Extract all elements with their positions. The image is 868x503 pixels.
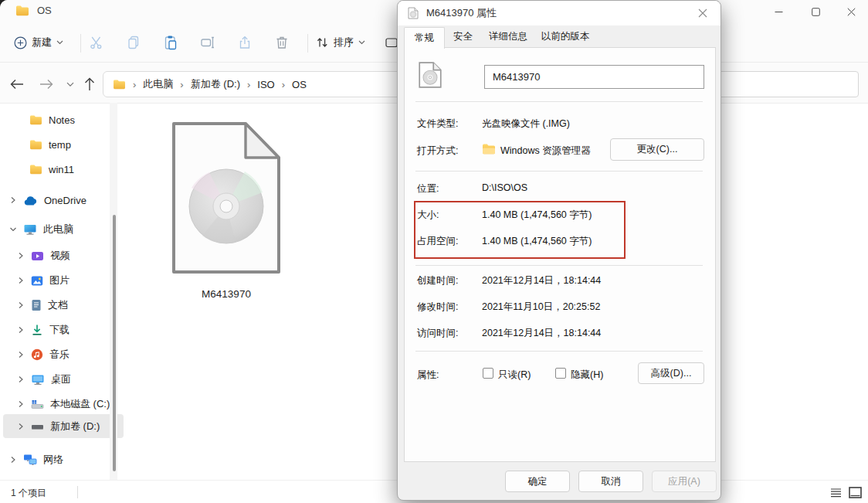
chevron-right-icon[interactable] bbox=[17, 376, 25, 383]
chevron-down-icon[interactable] bbox=[9, 226, 17, 233]
chevron-right-icon[interactable] bbox=[17, 301, 25, 309]
open-with-label: 打开方式: bbox=[417, 144, 458, 158]
dialog-close-button[interactable] bbox=[691, 4, 714, 22]
sidebar-label: 文档 bbox=[48, 298, 68, 312]
sidebar-label: win11 bbox=[49, 164, 74, 175]
sidebar-label: 新加卷 (D:) bbox=[50, 420, 100, 433]
sidebar-item-local-disk-c[interactable]: 本地磁盘 (C:) bbox=[3, 392, 124, 416]
sidebar-item-videos[interactable]: 视频 bbox=[3, 243, 124, 268]
new-label: 新建 bbox=[32, 36, 52, 49]
location-label: 位置: bbox=[417, 182, 439, 195]
sidebar-item-network[interactable]: 网络 bbox=[3, 447, 116, 472]
videos-icon bbox=[31, 250, 44, 262]
delete-button[interactable] bbox=[267, 29, 297, 56]
chevron-right-icon[interactable] bbox=[9, 456, 17, 464]
sidebar-item-onedrive[interactable]: OneDrive bbox=[3, 188, 116, 212]
tab-security[interactable]: 安全 bbox=[445, 27, 481, 46]
chevron-right-icon[interactable] bbox=[17, 423, 25, 430]
tab-label: 详细信息 bbox=[489, 30, 527, 43]
item-count: 1 个项目 bbox=[11, 487, 46, 500]
chevron-right-icon[interactable] bbox=[17, 351, 25, 359]
tab-label: 以前的版本 bbox=[541, 30, 590, 43]
large-icons-view-button[interactable] bbox=[846, 484, 863, 500]
onedrive-cloud-icon bbox=[23, 195, 38, 206]
file-tile-m6413970[interactable]: M6413970 bbox=[171, 121, 281, 300]
sidebar-label: 本地磁盘 (C:) bbox=[50, 397, 110, 411]
sidebar-label: 音乐 bbox=[49, 348, 70, 362]
sidebar-item-music[interactable]: 音乐 bbox=[3, 342, 124, 367]
arrow-left-icon bbox=[10, 79, 24, 90]
explorer-tab[interactable]: OS bbox=[15, 5, 52, 16]
paste-button[interactable] bbox=[156, 29, 185, 56]
tab-details[interactable]: 详细信息 bbox=[483, 27, 534, 46]
cut-button[interactable] bbox=[82, 29, 111, 56]
new-button[interactable]: 新建 bbox=[14, 31, 63, 54]
chevron-right-icon[interactable] bbox=[9, 196, 17, 204]
rename-button[interactable] bbox=[193, 29, 222, 56]
breadcrumb-drive-d[interactable]: 新加卷 (D:) bbox=[191, 77, 240, 91]
sort-button[interactable]: 排序 bbox=[315, 31, 365, 54]
sidebar-scrollbar-thumb[interactable] bbox=[113, 215, 116, 471]
arrow-up-icon bbox=[84, 77, 95, 91]
breadcrumb-os[interactable]: OS bbox=[292, 79, 307, 90]
tab-previous-versions[interactable]: 以前的版本 bbox=[535, 27, 595, 46]
close-button[interactable] bbox=[836, 2, 866, 22]
divider bbox=[415, 101, 703, 102]
chevron-right-icon[interactable] bbox=[17, 326, 25, 334]
annotation-box bbox=[414, 201, 626, 259]
sort-arrows-icon bbox=[315, 36, 329, 49]
maximize-button[interactable] bbox=[800, 2, 831, 22]
disc-file-icon bbox=[417, 61, 443, 89]
sidebar-item-this-pc[interactable]: 此电脑 bbox=[3, 217, 116, 242]
sidebar-item-downloads[interactable]: 下载 bbox=[3, 318, 124, 342]
advanced-button[interactable]: 高级(D)... bbox=[638, 362, 704, 384]
sidebar-label: 桌面 bbox=[51, 372, 71, 386]
sidebar-label: 视频 bbox=[50, 249, 70, 263]
readonly-label: 只读(R) bbox=[498, 369, 531, 382]
chevron-down-icon bbox=[358, 40, 365, 45]
chevron-right-icon[interactable] bbox=[17, 400, 25, 408]
drive-c-icon bbox=[31, 399, 44, 410]
network-icon bbox=[23, 454, 37, 466]
filename-input[interactable]: M6413970 bbox=[484, 65, 704, 89]
forward-button[interactable] bbox=[36, 74, 56, 94]
music-icon bbox=[31, 348, 43, 361]
apply-button[interactable]: 应用(A) bbox=[652, 471, 717, 492]
readonly-checkbox[interactable] bbox=[483, 368, 493, 379]
up-button[interactable] bbox=[80, 74, 100, 94]
dialog-title: M6413970 属性 bbox=[426, 6, 497, 20]
chevron-right-icon[interactable] bbox=[17, 277, 25, 284]
change-button[interactable]: 更改(C)... bbox=[610, 138, 704, 161]
sidebar-label: Notes bbox=[49, 114, 75, 126]
share-button[interactable] bbox=[230, 29, 259, 56]
open-with-value: Windows 资源管理器 bbox=[500, 144, 591, 158]
copy-button[interactable] bbox=[119, 29, 148, 56]
breadcrumb-this-pc[interactable]: 此电脑 bbox=[143, 77, 173, 91]
disc-file-icon bbox=[407, 7, 419, 19]
share-icon bbox=[237, 35, 253, 50]
divider bbox=[415, 171, 703, 172]
sidebar-label: temp bbox=[49, 139, 71, 151]
cancel-button[interactable]: 取消 bbox=[578, 471, 643, 492]
ok-button[interactable]: 确定 bbox=[505, 471, 570, 492]
rename-icon bbox=[200, 35, 215, 50]
minimize-button[interactable] bbox=[763, 2, 794, 22]
tab-general[interactable]: 常规 bbox=[404, 27, 445, 49]
sidebar-item-desktop[interactable]: 桌面 bbox=[3, 367, 124, 392]
downloads-icon bbox=[31, 324, 43, 336]
back-button[interactable] bbox=[7, 74, 27, 94]
sidebar-item-drive-d[interactable]: 新加卷 (D:) bbox=[3, 414, 124, 438]
breadcrumb-iso[interactable]: ISO bbox=[257, 79, 274, 90]
hidden-checkbox[interactable] bbox=[555, 368, 566, 379]
disc-image-file-icon bbox=[171, 121, 281, 274]
details-view-button[interactable] bbox=[828, 485, 843, 499]
history-dropdown-button[interactable] bbox=[60, 74, 80, 94]
chevron-right-icon[interactable] bbox=[17, 252, 25, 260]
modified-label: 修改时间: bbox=[417, 301, 458, 314]
sidebar-item-pictures[interactable]: 图片 bbox=[3, 268, 124, 293]
sidebar-item-documents[interactable]: 文档 bbox=[3, 293, 124, 318]
dialog-titlebar: M6413970 属性 bbox=[398, 1, 721, 25]
toolbar-divider-2 bbox=[307, 34, 308, 53]
list-view-icon bbox=[830, 488, 842, 498]
file-type-label: 文件类型: bbox=[417, 117, 458, 131]
